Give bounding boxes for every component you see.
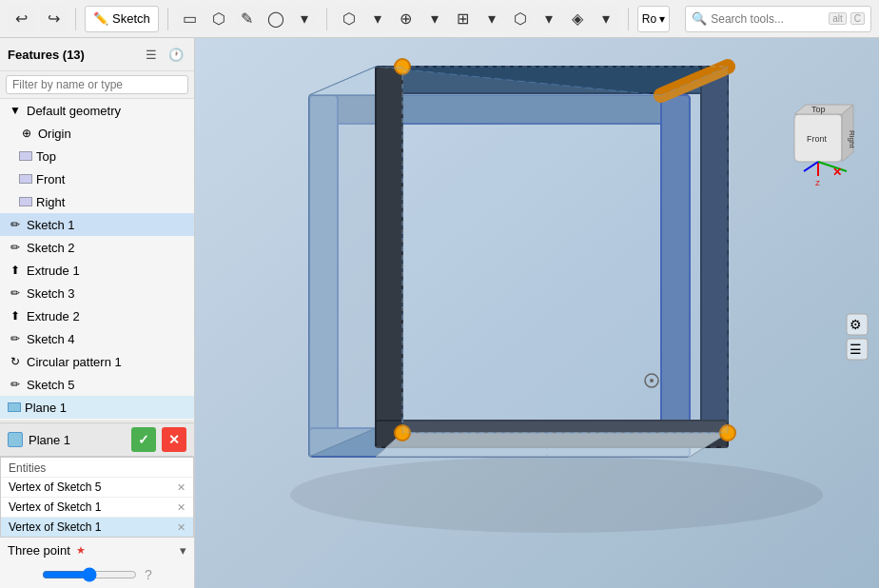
tree-area: ▼ Default geometry ⊕ Origin Top Front Ri… — [0, 99, 194, 422]
sketch-tree-icon-4: ✏ — [8, 331, 23, 346]
plane-cancel-button[interactable]: ✕ — [162, 427, 186, 452]
divider-1 — [75, 8, 76, 30]
plane-slider[interactable] — [42, 567, 137, 582]
three-point-dropdown[interactable]: ▾ — [180, 543, 186, 558]
sketch-label: Sketch — [112, 11, 150, 26]
plane1-tree-label: Plane 1 — [25, 401, 67, 415]
three-point-label: Three point — [8, 543, 70, 558]
tool-btn-2[interactable]: ⬡ — [205, 6, 232, 32]
tool-group-1: ▭ ⬡ ✎ ◯ ▾ — [177, 6, 318, 32]
viewport-svg: Front Top Right Z ✕ ⚙ ☰ — [195, 38, 879, 588]
plane-panel-header: Plane 1 ✓ ✕ — [0, 423, 194, 457]
entities-label: Entities — [1, 458, 193, 477]
history-icon-btn[interactable]: 🕐 — [166, 44, 186, 65]
required-star: ★ — [76, 544, 86, 557]
entity-row-3[interactable]: Vertex of Sketch 1 ✕ — [1, 517, 193, 537]
tool-dropdown-5[interactable]: ▾ — [536, 6, 562, 32]
circular-pattern-label: Circular pattern 1 — [27, 355, 122, 369]
sidebar-item-top[interactable]: Top — [0, 145, 194, 167]
sidebar-item-origin[interactable]: ⊕ Origin — [0, 122, 194, 145]
entity-row-1[interactable]: Vertex of Sketch 5 ✕ — [1, 477, 193, 497]
tool-btn-1[interactable]: ▭ — [177, 6, 204, 32]
plane-icon-right — [19, 197, 32, 206]
origin-label: Origin — [38, 127, 71, 141]
plane-confirm-button[interactable]: ✓ — [131, 427, 156, 452]
tool-btn-3[interactable]: ✎ — [234, 6, 261, 32]
toolbar: ↩ ↪ ✏️ Sketch ▭ ⬡ ✎ ◯ ▾ ⬡ ▾ ⊕ ▾ ⊞ ▾ ⬡ ▾ … — [0, 0, 879, 38]
redo-button[interactable]: ↪ — [40, 6, 67, 32]
filter-row — [0, 71, 194, 99]
top-label: Top — [36, 149, 56, 164]
sidebar: Features (13) ☰ 🕐 ▼ Default geometry ⊕ O… — [0, 38, 195, 588]
sidebar-item-circular-pattern[interactable]: ↻ Circular pattern 1 — [0, 350, 194, 373]
tool-btn-7[interactable]: ⊞ — [450, 6, 477, 32]
divider-4 — [628, 8, 629, 30]
viewport[interactable]: Plane — [195, 38, 879, 588]
sidebar-item-extrude2[interactable]: ⬆ Extrude 2 — [0, 304, 194, 327]
tool-dropdown-4[interactable]: ▾ — [479, 6, 505, 32]
sketch-button[interactable]: ✏️ Sketch — [85, 6, 159, 32]
entity1-remove-btn[interactable]: ✕ — [177, 481, 186, 494]
default-geometry-label: Default geometry — [27, 104, 121, 118]
plane-icon-front — [19, 174, 32, 184]
sidebar-item-plane1[interactable]: Plane 1 — [0, 396, 194, 419]
sidebar-item-right[interactable]: Right — [0, 190, 194, 213]
sidebar-item-extrude1[interactable]: ⬆ Extrude 1 — [0, 259, 194, 282]
sketch1-label: Sketch 1 — [27, 218, 75, 232]
sketch-tree-icon-5: ✏ — [8, 377, 23, 392]
tool-btn-6[interactable]: ⊕ — [393, 6, 420, 32]
search-box: 🔍 alt C — [685, 6, 871, 32]
sketch-icon: ✏️ — [93, 11, 108, 26]
tool-dropdown-6[interactable]: ▾ — [593, 6, 619, 32]
svg-point-39 — [650, 379, 654, 382]
plane-icon-top — [19, 151, 32, 161]
sidebar-item-sketch1[interactable]: ✏ Sketch 1 — [0, 213, 194, 236]
extrude2-label: Extrude 2 — [27, 309, 80, 323]
entity1-label: Vertex of Sketch 5 — [9, 480, 101, 494]
tool-btn-8[interactable]: ⬡ — [507, 6, 534, 32]
tool-dropdown-2[interactable]: ▾ — [364, 6, 391, 32]
svg-text:⚙: ⚙ — [850, 317, 862, 332]
undo-button[interactable]: ↩ — [8, 6, 34, 32]
tool-group-2: ⬡ ▾ ⊕ ▾ ⊞ ▾ ⬡ ▾ ◈ ▾ — [336, 6, 619, 32]
entity3-remove-btn[interactable]: ✕ — [177, 521, 186, 534]
sidebar-item-sketch4[interactable]: ✏ Sketch 4 — [0, 327, 194, 350]
front-label: Front — [36, 172, 65, 186]
help-icon[interactable]: ? — [145, 567, 152, 582]
search-alt-key: alt — [829, 12, 847, 25]
view-combo[interactable]: Ro ▾ — [637, 6, 670, 32]
divider-3 — [326, 8, 327, 30]
tool-dropdown-3[interactable]: ▾ — [421, 6, 448, 32]
sidebar-item-sketch3[interactable]: ✏ Sketch 3 — [0, 282, 194, 304]
entity3-label: Vertex of Sketch 1 — [9, 520, 101, 534]
entity2-label: Vertex of Sketch 1 — [9, 500, 101, 514]
search-input[interactable] — [711, 12, 825, 26]
x-icon: ✕ — [168, 432, 180, 447]
view-label: Ro — [642, 12, 656, 26]
sidebar-item-sketch2[interactable]: ✏ Sketch 2 — [0, 236, 194, 259]
sketch2-label: Sketch 2 — [27, 241, 75, 255]
sketch-tree-icon-1: ✏ — [8, 217, 23, 232]
filter-icon-btn[interactable]: ☰ — [141, 44, 162, 65]
sidebar-item-sketch5[interactable]: ✏ Sketch 5 — [0, 373, 194, 396]
entity2-remove-btn[interactable]: ✕ — [177, 501, 186, 514]
filter-input[interactable] — [6, 75, 188, 94]
tool-dropdown-1[interactable]: ▾ — [291, 6, 318, 32]
sidebar-item-front[interactable]: Front — [0, 167, 194, 190]
slider-row: ? — [0, 563, 194, 588]
origin-icon: ⊕ — [19, 126, 34, 141]
svg-text:Right: Right — [848, 130, 856, 148]
tool-btn-5[interactable]: ⬡ — [336, 6, 362, 32]
svg-text:☰: ☰ — [850, 342, 862, 357]
expand-icon: ▼ — [8, 103, 23, 118]
three-point-row: Three point ★ ▾ — [0, 538, 194, 563]
tool-btn-9[interactable]: ◈ — [564, 6, 591, 32]
entities-panel: Entities Vertex of Sketch 5 ✕ Vertex of … — [0, 457, 194, 538]
sidebar-item-default-geometry[interactable]: ▼ Default geometry — [0, 99, 194, 122]
tool-btn-4[interactable]: ◯ — [263, 6, 289, 32]
search-c-key: C — [850, 12, 865, 25]
extrude1-label: Extrude 1 — [27, 264, 80, 278]
sketch5-label: Sketch 5 — [27, 378, 75, 392]
entity-row-2[interactable]: Vertex of Sketch 1 ✕ — [1, 497, 193, 517]
check-icon: ✓ — [138, 432, 149, 447]
